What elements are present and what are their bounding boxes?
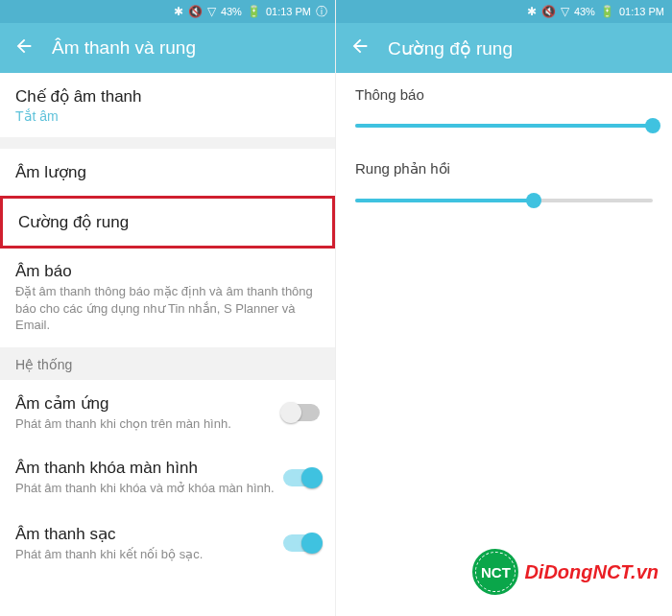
vibration-settings: Thông báo Rung phản hồi bbox=[336, 73, 672, 616]
status-bar: ✱ 🔇 ▽ 43% 🔋 01:13 PM ⓘ bbox=[0, 0, 335, 23]
slider-thumb[interactable] bbox=[645, 118, 660, 133]
header: Âm thanh và rung bbox=[0, 23, 335, 73]
slider-notification: Thông báo bbox=[336, 73, 672, 147]
phone-right: ✱ 🔇 ▽ 43% 🔋 01:13 PM Cường độ rung Thông… bbox=[336, 0, 672, 616]
toggle-screen-lock-sounds[interactable] bbox=[283, 469, 320, 486]
row-desc: Phát âm thanh khi chọn trên màn hình. bbox=[15, 415, 276, 433]
watermark: NCT DiDongNCT.vn bbox=[472, 549, 659, 595]
bluetooth-icon: ✱ bbox=[174, 6, 183, 17]
info-icon: ⓘ bbox=[316, 6, 327, 17]
row-desc: Phát âm thanh khi khóa và mở khóa màn hì… bbox=[15, 480, 276, 497]
mute-icon: 🔇 bbox=[541, 6, 556, 17]
row-value: Tắt âm bbox=[15, 108, 320, 124]
row-title: Âm thanh khóa màn hình bbox=[15, 459, 276, 478]
section-header-system: Hệ thống bbox=[0, 347, 335, 380]
row-desc: Phát âm thanh khi kết nối bộ sạc. bbox=[15, 546, 276, 563]
wifi-icon: ▽ bbox=[207, 6, 216, 17]
mute-icon: 🔇 bbox=[188, 6, 203, 17]
time-text: 01:13 PM bbox=[619, 6, 664, 17]
battery-text: 43% bbox=[574, 6, 595, 17]
battery-text: 43% bbox=[221, 6, 242, 17]
time-text: 01:13 PM bbox=[266, 6, 311, 17]
logo-icon: NCT bbox=[472, 549, 518, 595]
bluetooth-icon: ✱ bbox=[527, 6, 537, 17]
row-volume[interactable]: Âm lượng bbox=[0, 149, 335, 196]
battery-icon: 🔋 bbox=[600, 6, 614, 17]
gap bbox=[0, 137, 335, 149]
row-notification-sound[interactable]: Âm báo Đặt âm thanh thông báo mặc định v… bbox=[0, 249, 335, 347]
row-screen-lock-sounds[interactable]: Âm thanh khóa màn hình Phát âm thanh khi… bbox=[0, 445, 335, 510]
row-title: Âm thanh sạc bbox=[15, 524, 276, 544]
row-title: Âm cảm ứng bbox=[15, 393, 276, 414]
back-icon[interactable] bbox=[349, 36, 371, 60]
page-title: Âm thanh và rung bbox=[52, 37, 196, 59]
slider-track[interactable] bbox=[355, 199, 653, 202]
slider-label: Rung phản hồi bbox=[355, 160, 653, 178]
row-vibration-intensity[interactable]: Cường độ rung bbox=[0, 196, 335, 249]
row-sound-mode[interactable]: Chế độ âm thanh Tắt âm bbox=[0, 73, 335, 137]
slider-label: Thông báo bbox=[355, 86, 653, 103]
row-charging-sounds[interactable]: Âm thanh sạc Phát âm thanh khi kết nối b… bbox=[0, 510, 335, 577]
brand-text: DiDongNCT.vn bbox=[524, 561, 659, 583]
row-title: Âm báo bbox=[15, 262, 320, 281]
logo-text: NCT bbox=[481, 564, 511, 580]
row-title: Chế độ âm thanh bbox=[15, 86, 320, 107]
phone-left: ✱ 🔇 ▽ 43% 🔋 01:13 PM ⓘ Âm thanh và rung … bbox=[0, 0, 336, 616]
header: Cường độ rung bbox=[336, 23, 672, 73]
row-desc: Đặt âm thanh thông báo mặc định và âm th… bbox=[15, 283, 320, 334]
status-bar: ✱ 🔇 ▽ 43% 🔋 01:13 PM bbox=[336, 0, 672, 23]
toggle-charging-sounds[interactable] bbox=[283, 534, 320, 552]
battery-icon: 🔋 bbox=[247, 6, 261, 17]
page-title: Cường độ rung bbox=[388, 37, 513, 59]
slider-track[interactable] bbox=[355, 124, 653, 128]
row-title: Cường độ rung bbox=[18, 212, 317, 232]
wifi-icon: ▽ bbox=[561, 6, 569, 17]
settings-list: Chế độ âm thanh Tắt âm Âm lượng Cường độ… bbox=[0, 73, 335, 616]
row-title: Âm lượng bbox=[15, 162, 320, 182]
back-icon[interactable] bbox=[13, 36, 35, 60]
slider-thumb[interactable] bbox=[526, 193, 541, 208]
slider-feedback: Rung phản hồi bbox=[336, 147, 672, 222]
toggle-touch-sounds[interactable] bbox=[283, 404, 320, 421]
row-touch-sounds[interactable]: Âm cảm ứng Phát âm thanh khi chọn trên m… bbox=[0, 380, 335, 446]
